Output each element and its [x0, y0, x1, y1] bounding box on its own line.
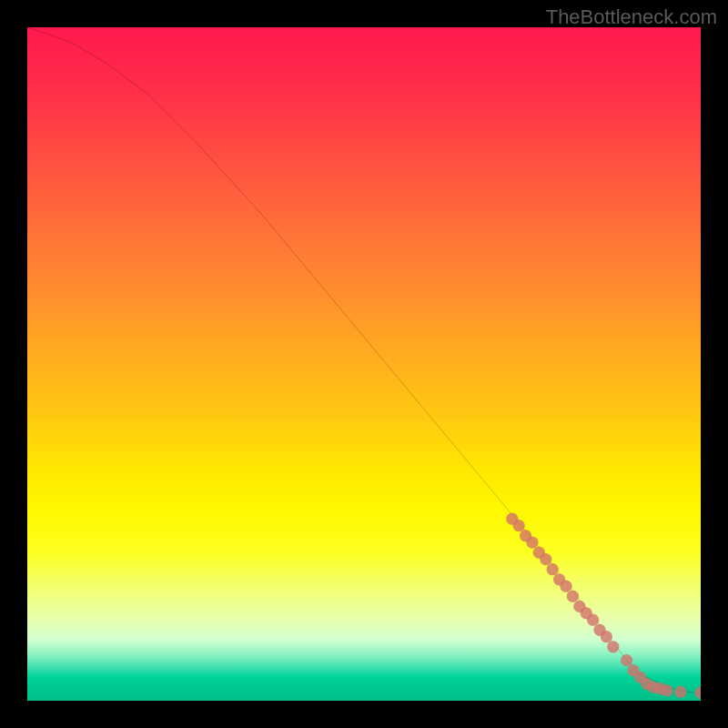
- data-point: [661, 684, 672, 696]
- chart-svg-layer: [27, 27, 701, 701]
- data-point: [607, 641, 619, 652]
- watermark-text: TheBottleneck.com: [546, 5, 717, 29]
- data-point: [547, 563, 559, 575]
- data-point: [540, 553, 551, 565]
- data-point: [560, 581, 571, 592]
- data-point: [526, 536, 538, 548]
- data-point: [694, 686, 701, 698]
- chart-curve: [27, 27, 701, 693]
- data-point: [601, 631, 612, 642]
- data-point: [621, 654, 632, 666]
- data-point: [587, 614, 599, 626]
- chart-plot-area: [27, 27, 701, 701]
- data-point: [674, 686, 686, 698]
- data-point: [513, 520, 525, 531]
- data-point: [567, 591, 579, 602]
- chart-scatter-points: [506, 513, 701, 699]
